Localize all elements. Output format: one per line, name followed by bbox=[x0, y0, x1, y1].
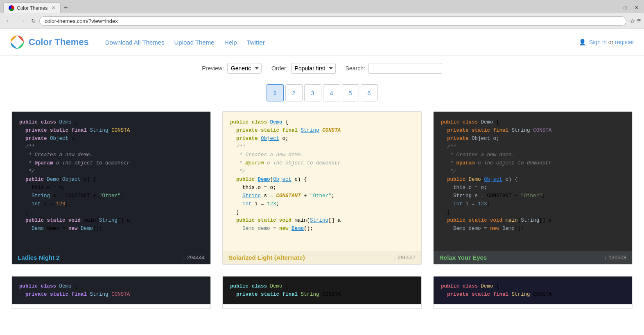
active-tab[interactable]: Color Themes ✕ bbox=[3, 2, 61, 13]
back-button[interactable]: ← bbox=[3, 16, 14, 25]
sign-in-link[interactable]: Sign in bbox=[589, 39, 607, 45]
pagination: 1 2 3 4 5 6 bbox=[0, 81, 644, 111]
themes-grid: public class Demo { private static final… bbox=[0, 111, 644, 276]
site-logo[interactable]: Color Themes bbox=[10, 35, 89, 49]
theme-name-1: Ladies Night 2 bbox=[18, 254, 60, 261]
theme-preview-3: public class Demo { private static final… bbox=[434, 112, 632, 251]
nav-twitter[interactable]: Twitter bbox=[247, 39, 265, 46]
theme-card-partial-1[interactable]: public class Demo { private static final… bbox=[11, 276, 211, 309]
search-input[interactable] bbox=[368, 63, 442, 74]
page-btn-5[interactable]: 5 bbox=[342, 84, 359, 101]
theme-downloads-3: ↓120508 bbox=[604, 254, 626, 261]
address-bar: ← → ↻ ☆ ≡ bbox=[0, 13, 644, 29]
preview-control: Preview: Generic Java PHP Ruby bbox=[202, 63, 262, 74]
page-content: Color Themes Download All Themes Upload … bbox=[0, 29, 644, 335]
theme-downloads-1: ↓294444 bbox=[183, 254, 205, 261]
forward-button[interactable]: → bbox=[17, 16, 28, 25]
auth-or: or bbox=[608, 39, 613, 45]
nav-download[interactable]: Download All Themes bbox=[105, 39, 165, 46]
theme-preview-partial-1: public class Demo { private static final… bbox=[12, 277, 210, 304]
auth-section: 👤 Sign in or register bbox=[579, 39, 634, 45]
controls-bar: Preview: Generic Java PHP Ruby Order: Po… bbox=[0, 56, 644, 81]
theme-card-partial-3[interactable]: public class Demo { private static final… bbox=[433, 276, 633, 309]
bookmark-button[interactable]: ☆ bbox=[630, 17, 635, 25]
theme-preview-1: public class Demo { private static final… bbox=[12, 112, 210, 251]
theme-preview-partial-3: public class Demo { private static final… bbox=[434, 277, 632, 304]
order-select[interactable]: Popular first Newest first Oldest first bbox=[291, 63, 336, 74]
register-link[interactable]: register bbox=[615, 39, 634, 45]
tab-close-btn[interactable]: ✕ bbox=[52, 5, 55, 11]
settings-button[interactable]: ≡ bbox=[637, 17, 641, 25]
tab-favicon bbox=[9, 5, 14, 11]
theme-card-3[interactable]: public class Demo { private static final… bbox=[433, 111, 633, 265]
theme-footer-1: Ladies Night 2 ↓294444 bbox=[12, 251, 210, 264]
preview-select[interactable]: Generic Java PHP Ruby bbox=[227, 63, 262, 74]
refresh-button[interactable]: ↻ bbox=[31, 18, 36, 24]
search-control: Search: bbox=[346, 63, 442, 74]
theme-preview-2: public class Demo { private static final… bbox=[223, 112, 421, 251]
chrome-actions: ☆ ≡ bbox=[630, 17, 641, 25]
close-window-button[interactable]: ✕ bbox=[631, 2, 642, 13]
theme-name-2: Solarized Light (Alternate) bbox=[228, 254, 305, 261]
nav-upload[interactable]: Upload Theme bbox=[174, 39, 215, 46]
order-control: Order: Popular first Newest first Oldest… bbox=[271, 63, 336, 74]
page-btn-4[interactable]: 4 bbox=[323, 84, 340, 101]
page-btn-2[interactable]: 2 bbox=[285, 84, 303, 101]
tab-bar: Color Themes ✕ + ─ □ ✕ bbox=[0, 0, 644, 13]
nav-help[interactable]: Help bbox=[224, 39, 237, 46]
browser-chrome: Color Themes ✕ + ─ □ ✕ ← → ↻ ☆ ≡ bbox=[0, 0, 644, 29]
site-nav: Download All Themes Upload Theme Help Tw… bbox=[105, 39, 265, 46]
site-name: Color Themes bbox=[29, 37, 89, 47]
theme-downloads-2: ↓286527 bbox=[393, 254, 416, 261]
site-header: Color Themes Download All Themes Upload … bbox=[0, 29, 644, 56]
page-btn-3[interactable]: 3 bbox=[304, 84, 321, 101]
theme-card-2[interactable]: public class Demo { private static final… bbox=[222, 111, 422, 265]
url-bar[interactable] bbox=[39, 16, 626, 26]
theme-footer-3: Relax Your Eyes ↓120508 bbox=[434, 251, 632, 264]
theme-name-3: Relax Your Eyes bbox=[439, 254, 487, 261]
page-btn-6[interactable]: 6 bbox=[361, 84, 378, 101]
theme-card-partial-2[interactable]: public class Demo { private static final… bbox=[222, 276, 422, 309]
theme-preview-partial-2: public class Demo { private static final… bbox=[223, 277, 421, 304]
new-tab-button[interactable]: + bbox=[61, 4, 71, 11]
page-btn-1[interactable]: 1 bbox=[267, 84, 284, 101]
themes-grid-bottom: public class Demo { private static final… bbox=[0, 276, 644, 309]
search-label: Search: bbox=[346, 65, 365, 72]
logo-icon bbox=[10, 35, 25, 49]
order-label: Order: bbox=[271, 65, 288, 72]
tab-title: Color Themes bbox=[17, 5, 47, 11]
preview-label: Preview: bbox=[202, 65, 224, 72]
user-icon: 👤 bbox=[579, 39, 586, 45]
minimize-button[interactable]: ─ bbox=[608, 2, 619, 13]
maximize-button[interactable]: □ bbox=[619, 2, 631, 13]
theme-footer-2: Solarized Light (Alternate) ↓286527 bbox=[223, 251, 421, 264]
theme-card-1[interactable]: public class Demo { private static final… bbox=[11, 111, 211, 265]
